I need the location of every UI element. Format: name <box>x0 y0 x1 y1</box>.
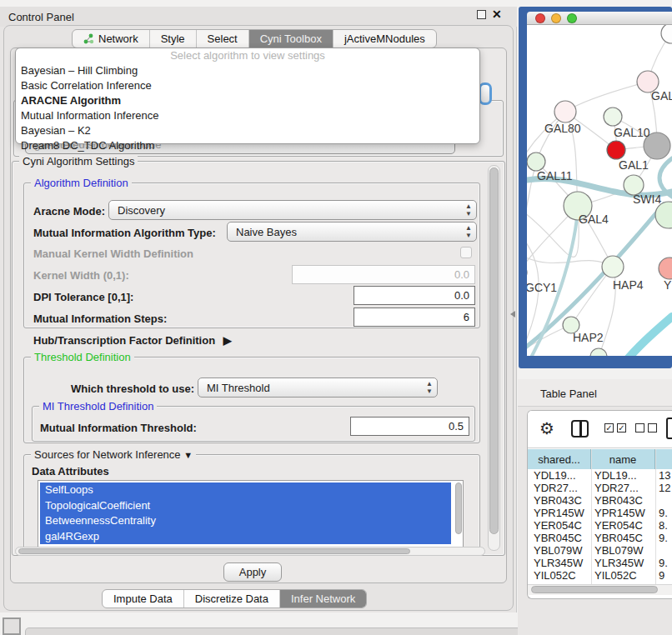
table-row[interactable]: YBL079W YBL079W <box>528 544 672 557</box>
dropdown-placeholder: Select algorithm to view settings <box>16 48 479 63</box>
select-all-checks-icon[interactable]: ✓ <box>617 423 626 432</box>
table-row[interactable]: YPR145W YPR145W 9. <box>528 507 672 519</box>
tab-style[interactable]: Style <box>150 30 197 48</box>
dropdown-item[interactable]: Basic Correlation Inference <box>16 78 479 93</box>
column-header-name[interactable]: name <box>591 449 655 469</box>
close-icon[interactable]: ✕ <box>492 8 502 21</box>
which-threshold-combo[interactable]: MI Threshold ▲▼ <box>198 378 438 398</box>
tab-impute-data-label: Impute Data <box>113 592 173 605</box>
stepper-icon: ▲▼ <box>426 380 433 395</box>
column-header-shared[interactable]: shared... <box>528 449 591 469</box>
aracne-mode-combo[interactable]: Discovery ▲▼ <box>108 200 477 220</box>
network-window-titlebar[interactable] <box>527 12 672 25</box>
tab-select-label: Select <box>208 32 238 45</box>
apply-button[interactable]: Apply <box>223 562 282 582</box>
tab-infer-network[interactable]: Infer Network <box>280 590 366 608</box>
kernel-width-label: Kernel Width (0,1): <box>33 269 129 282</box>
zoom-traffic-icon[interactable] <box>567 13 577 23</box>
tab-network[interactable]: Network <box>73 30 150 48</box>
minimize-traffic-icon[interactable] <box>551 13 561 23</box>
close-traffic-icon[interactable] <box>535 13 545 23</box>
table-row[interactable]: YDR27... YDR27... 12 <box>528 482 672 494</box>
unselect-all-checks-icon[interactable] <box>648 423 657 432</box>
tab-cyni-toolbox-label: Cyni Toolbox <box>260 32 322 45</box>
table-row[interactable]: YLR345W YLR345W 9. <box>528 557 672 569</box>
table-row[interactable]: YDL19... YDL19... 13 <box>528 469 672 482</box>
table-row[interactable]: YER054C YER054C 8. <box>528 519 672 532</box>
gear-icon[interactable]: ⚙ <box>539 418 554 438</box>
dpi-tolerance-field[interactable]: 0.0 <box>354 286 475 305</box>
column-divider[interactable] <box>591 449 592 584</box>
kernel-width-field[interactable]: 0.0 <box>292 265 475 284</box>
tab-discretize-data[interactable]: Discretize Data <box>184 590 280 608</box>
float-icon[interactable] <box>477 10 486 19</box>
expanded-arrow-icon: ▼ <box>183 450 193 460</box>
top-tabstrip: Network Style Select Cyni Toolbox jActiv… <box>72 29 437 48</box>
split-columns-icon-divider <box>579 420 582 438</box>
cell-value: 8. <box>655 519 672 532</box>
manual-kernel-checkbox[interactable] <box>460 247 472 258</box>
node-label: GAL11 <box>537 169 573 182</box>
settings-vertical-scrollbar-thumb[interactable] <box>489 168 499 534</box>
cell-value: 9. <box>655 507 672 519</box>
tab-cyni-toolbox[interactable]: Cyni Toolbox <box>249 30 333 48</box>
mi-type-label: Mutual Information Algorithm Type: <box>33 227 216 239</box>
dropdown-item[interactable]: Dream8 DC_TDC Algorithm <box>16 138 479 153</box>
mi-steps-label: Mutual Information Steps: <box>33 312 167 325</box>
control-panel-titlebar[interactable] <box>0 7 517 27</box>
minimized-panel-icon[interactable] <box>3 618 21 635</box>
cell-name: YBR045C <box>591 532 655 544</box>
data-attributes-label: Data Attributes <box>32 465 109 478</box>
algorithm-select-combo-focus[interactable] <box>479 82 492 105</box>
data-attributes-list[interactable]: SelfLoops TopologicalCoefficient Between… <box>38 480 464 548</box>
cell-value <box>655 494 672 507</box>
cell-shared-name: YBR045C <box>528 532 591 544</box>
cell-name: YER054C <box>591 519 655 532</box>
node-label: HAP2 <box>573 331 604 344</box>
dropdown-item[interactable]: Bayesian – Hill Climbing <box>16 63 479 78</box>
network-icon <box>83 33 94 44</box>
cell-shared-name: YIL052C <box>528 569 591 582</box>
table-row[interactable]: YBR045C YBR045C 9. <box>528 532 672 544</box>
dropdown-item[interactable]: Mutual Information Inference <box>16 108 479 123</box>
tab-discretize-data-label: Discretize Data <box>195 592 268 605</box>
splitter-arrow-icon[interactable] <box>510 311 515 318</box>
list-item[interactable]: BetweennessCentrality <box>40 513 451 529</box>
table-horizontal-scrollbar-thumb[interactable] <box>531 586 658 593</box>
tab-impute-data[interactable]: Impute Data <box>103 590 184 608</box>
algorithm-definition-title: Algorithm Definition <box>31 177 132 189</box>
dropdown-item[interactable]: Bayesian – K2 <box>16 123 479 138</box>
cell-shared-name: YBR043C <box>528 494 591 507</box>
dropdown-item-aracne[interactable]: ARACNE Algorithm <box>16 93 479 108</box>
select-all-checks-icon[interactable]: ✓ <box>604 423 614 432</box>
attributes-list-scrollbar-thumb[interactable] <box>455 482 462 534</box>
mi-type-combo[interactable]: Naive Bayes ▲▼ <box>227 222 477 242</box>
dpi-tolerance-label: DPI Tolerance [0,1]: <box>33 291 133 303</box>
tab-jactivemnodules[interactable]: jActiveMNodules <box>333 30 436 48</box>
tab-style-label: Style <box>161 32 185 45</box>
aracne-mode-value: Discovery <box>118 204 165 217</box>
list-item[interactable]: SelfLoops <box>40 482 451 498</box>
column-header-cut[interactable] <box>655 449 672 469</box>
network-canvas[interactable]: GAL2 GAL80 GAL10 GAL1 GAL11 SWI4 GAL4 GC… <box>527 25 672 356</box>
node-label: GAL4 <box>579 212 609 226</box>
cell-value: 9. <box>655 557 672 569</box>
mi-threshold-field[interactable]: 0.5 <box>350 417 469 436</box>
unselect-all-checks-icon[interactable] <box>635 423 644 432</box>
file-export-icon[interactable] <box>666 418 672 439</box>
bottom-tabstrip: Impute Data Discretize Data Infer Networ… <box>102 589 367 608</box>
list-item[interactable]: TopologicalCoefficient <box>40 498 451 514</box>
table-row[interactable]: YBR043C YBR043C <box>528 494 672 507</box>
table-row[interactable]: YIL052C YIL052C 9 <box>528 569 672 582</box>
tab-select[interactable]: Select <box>197 30 249 48</box>
settings-horizontal-scrollbar-thumb[interactable] <box>18 548 410 554</box>
cell-shared-name: YPR145W <box>528 507 591 519</box>
mi-threshold-title: MI Threshold Definition <box>39 400 157 412</box>
hub-definition-toggle[interactable]: Hub/Transcription Factor Definition ▶ <box>33 334 232 347</box>
screen: Control Panel ✕ Network Style Select <box>0 0 672 635</box>
sources-title[interactable]: Sources for Network Inference ▼ <box>31 448 196 461</box>
mi-steps-field[interactable]: 6 <box>354 308 475 327</box>
column-divider[interactable] <box>655 449 656 584</box>
cell-shared-name: YBL079W <box>528 544 591 557</box>
list-item[interactable]: gal4RGexp <box>40 529 451 545</box>
